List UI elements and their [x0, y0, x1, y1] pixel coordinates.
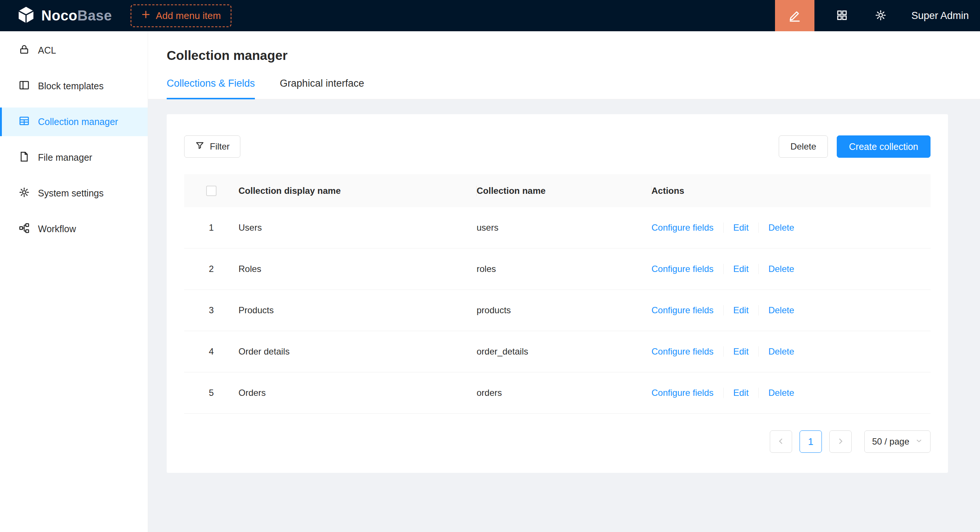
- edit-link[interactable]: Edit: [733, 264, 749, 274]
- sidebar-item-label: System settings: [38, 188, 103, 199]
- edit-link[interactable]: Edit: [733, 346, 749, 357]
- plus-icon: [141, 10, 151, 22]
- tab-graphical-interface[interactable]: Graphical interface: [280, 78, 364, 99]
- table-row: 3 Products products Configure fields Edi…: [184, 290, 931, 331]
- action-divider: [723, 305, 724, 316]
- settings-button[interactable]: [875, 9, 887, 22]
- cell-collection-name: order_details: [477, 346, 651, 357]
- delete-link[interactable]: Delete: [768, 346, 794, 357]
- table-row: 2 Roles roles Configure fields Edit Dele…: [184, 249, 931, 290]
- content-area: Filter Delete Create collection: [148, 99, 980, 532]
- cell-actions: Configure fields Edit Delete: [651, 305, 931, 316]
- top-header: NocoBase Add menu item: [0, 0, 980, 31]
- filter-button[interactable]: Filter: [184, 135, 240, 158]
- page-size-select[interactable]: 50 / page: [864, 430, 931, 453]
- configure-fields-link[interactable]: Configure fields: [651, 264, 714, 274]
- brand-logo[interactable]: NocoBase: [0, 6, 112, 26]
- table-toolbar: Filter Delete Create collection: [184, 135, 931, 158]
- configure-fields-link[interactable]: Configure fields: [651, 346, 714, 357]
- sidebar-item-block-templates[interactable]: Block templates: [0, 72, 148, 100]
- sidebar-item-system-settings[interactable]: System settings: [0, 179, 148, 208]
- table-header-row: Collection display name Collection name …: [184, 174, 931, 207]
- cell-collection-name: orders: [477, 387, 651, 398]
- action-divider: [758, 222, 759, 233]
- row-index: 4: [184, 346, 239, 357]
- action-divider: [723, 222, 724, 233]
- filter-label: Filter: [210, 141, 229, 152]
- highlighter-icon: [788, 9, 802, 23]
- cell-display-name: Users: [239, 222, 477, 233]
- collection-table-icon: [19, 115, 30, 129]
- chevron-down-icon: [915, 437, 923, 447]
- table-row: 4 Order details order_details Configure …: [184, 331, 931, 372]
- settings-sidebar: ACL Block templates Collection manager F…: [0, 31, 148, 532]
- prev-page-button[interactable]: [770, 430, 792, 453]
- gear-icon: [875, 9, 887, 22]
- delete-link[interactable]: Delete: [768, 387, 794, 398]
- cell-actions: Configure fields Edit Delete: [651, 264, 931, 274]
- cell-collection-name: roles: [477, 264, 651, 274]
- cell-actions: Configure fields Edit Delete: [651, 222, 931, 233]
- configure-fields-link[interactable]: Configure fields: [651, 222, 714, 233]
- sidebar-item-label: ACL: [38, 45, 56, 56]
- configure-fields-link[interactable]: Configure fields: [651, 305, 714, 316]
- cell-display-name: Roles: [239, 264, 477, 274]
- delete-link[interactable]: Delete: [768, 222, 794, 233]
- header-display-name: Collection display name: [239, 186, 477, 196]
- tab-bar: Collections & Fields Graphical interface: [148, 78, 980, 99]
- cell-actions: Configure fields Edit Delete: [651, 387, 931, 398]
- select-all-checkbox[interactable]: [206, 186, 216, 196]
- next-page-button[interactable]: [829, 430, 852, 453]
- cell-collection-name: users: [477, 222, 651, 233]
- file-icon: [19, 151, 30, 164]
- toolbar-right: Delete Create collection: [779, 135, 931, 158]
- cell-collection-name: products: [477, 305, 651, 316]
- page-number-button[interactable]: 1: [800, 430, 822, 453]
- collections-table: Collection display name Collection name …: [184, 174, 931, 414]
- main-panel: Collection manager Collections & Fields …: [148, 31, 980, 532]
- pagination: 1 50 / page: [184, 430, 931, 453]
- page-head: Collection manager: [148, 31, 980, 63]
- edit-link[interactable]: Edit: [733, 387, 749, 398]
- ui-designer-button[interactable]: [775, 0, 815, 31]
- table-row: 1 Users users Configure fields Edit Dele…: [184, 207, 931, 249]
- header-select-cell: [184, 186, 239, 196]
- plugins-grid-button[interactable]: [836, 9, 848, 22]
- sidebar-item-acl[interactable]: ACL: [0, 36, 148, 65]
- action-divider: [758, 305, 759, 316]
- delete-button[interactable]: Delete: [779, 135, 827, 158]
- brand-name-bold: Noco: [41, 8, 77, 24]
- lock-icon: [19, 44, 30, 57]
- edit-link[interactable]: Edit: [733, 222, 749, 233]
- row-index: 5: [184, 387, 239, 398]
- app-window: NocoBase Add menu item: [0, 0, 980, 532]
- header-right-cluster: Super Admin: [775, 0, 980, 31]
- sidebar-item-file-manager[interactable]: File manager: [0, 143, 148, 172]
- add-menu-item-label: Add menu item: [156, 10, 221, 22]
- cell-display-name: Products: [239, 305, 477, 316]
- chevron-right-icon: [836, 437, 845, 446]
- chevron-left-icon: [777, 437, 785, 446]
- sidebar-item-collection-manager[interactable]: Collection manager: [0, 108, 148, 136]
- tab-collections-fields[interactable]: Collections & Fields: [167, 78, 255, 99]
- header-actions: Actions: [651, 186, 931, 196]
- apps-grid-icon: [836, 9, 848, 22]
- edit-link[interactable]: Edit: [733, 305, 749, 316]
- sidebar-item-workflow[interactable]: Workflow: [0, 214, 148, 243]
- action-divider: [723, 387, 724, 398]
- sidebar-item-label: Block templates: [38, 81, 103, 92]
- user-menu[interactable]: Super Admin: [911, 10, 969, 22]
- delete-link[interactable]: Delete: [768, 264, 794, 274]
- layout-icon: [19, 79, 30, 93]
- create-collection-button[interactable]: Create collection: [837, 135, 931, 158]
- body-area: ACL Block templates Collection manager F…: [0, 31, 980, 532]
- add-menu-item-button[interactable]: Add menu item: [130, 5, 231, 27]
- configure-fields-link[interactable]: Configure fields: [651, 387, 714, 398]
- action-divider: [758, 264, 759, 274]
- row-index: 1: [184, 222, 239, 233]
- action-divider: [723, 264, 724, 274]
- header-collection-name: Collection name: [477, 186, 651, 196]
- delete-link[interactable]: Delete: [768, 305, 794, 316]
- action-divider: [758, 387, 759, 398]
- cell-display-name: Order details: [239, 346, 477, 357]
